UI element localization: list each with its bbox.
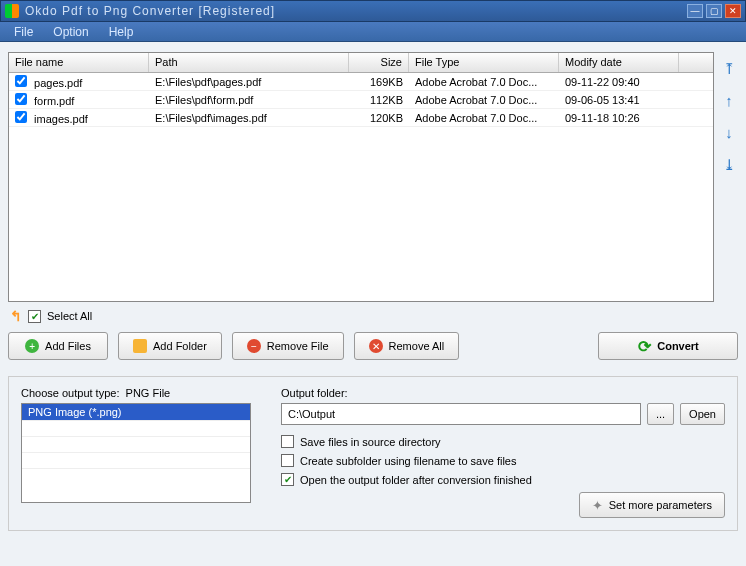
output-type-item[interactable]: PNG Image (*.png)	[22, 404, 250, 420]
open-after-checkbox[interactable]: ✔	[281, 473, 294, 486]
row-checkbox[interactable]	[15, 75, 27, 87]
app-logo-icon	[5, 4, 19, 18]
header-size[interactable]: Size	[349, 53, 409, 72]
move-top-button[interactable]: ⤒	[720, 60, 738, 78]
reorder-buttons: ⤒ ↑ ↓ ⤓	[720, 52, 738, 302]
add-files-button[interactable]: + Add Files	[8, 332, 108, 360]
menu-file[interactable]: File	[4, 23, 43, 41]
header-modifydate[interactable]: Modify date	[559, 53, 679, 72]
output-folder-label: Output folder:	[281, 387, 725, 399]
move-bottom-button[interactable]: ⤓	[720, 156, 738, 174]
header-filename[interactable]: File name	[9, 53, 149, 72]
folder-icon	[133, 339, 147, 353]
file-table[interactable]: File name Path Size File Type Modify dat…	[8, 52, 714, 302]
table-row[interactable]: pages.pdfE:\Files\pdf\pages.pdf169KBAdob…	[9, 73, 713, 91]
create-subfolder-checkbox[interactable]	[281, 454, 294, 467]
table-row[interactable]: form.pdfE:\Files\pdf\form.pdf112KBAdobe …	[9, 91, 713, 109]
minus-icon: −	[247, 339, 261, 353]
header-path[interactable]: Path	[149, 53, 349, 72]
x-icon: ✕	[369, 339, 383, 353]
browse-button[interactable]: ...	[647, 403, 674, 425]
table-header[interactable]: File name Path Size File Type Modify dat…	[9, 53, 713, 73]
up-level-icon[interactable]: ↰	[10, 308, 22, 324]
menu-bar: File Option Help	[0, 22, 746, 42]
title-bar: Okdo Pdf to Png Converter [Registered] —…	[0, 0, 746, 22]
save-in-source-checkbox[interactable]	[281, 435, 294, 448]
table-row[interactable]: images.pdfE:\Files\pdf\images.pdf120KBAd…	[9, 109, 713, 127]
create-subfolder-label: Create subfolder using filename to save …	[300, 455, 516, 467]
select-all-label: Select All	[47, 310, 92, 322]
row-checkbox[interactable]	[15, 111, 27, 123]
header-filetype[interactable]: File Type	[409, 53, 559, 72]
gear-icon: ✦	[592, 498, 603, 513]
window-title: Okdo Pdf to Png Converter [Registered]	[25, 4, 684, 18]
convert-button[interactable]: ⟳ Convert	[598, 332, 738, 360]
maximize-button[interactable]: ▢	[706, 4, 722, 18]
plus-icon: +	[25, 339, 39, 353]
row-checkbox[interactable]	[15, 93, 27, 105]
save-in-source-label: Save files in source directory	[300, 436, 441, 448]
select-all-checkbox[interactable]: ✔	[28, 310, 41, 323]
convert-icon: ⟳	[637, 339, 651, 353]
choose-type-label: Choose output type:	[21, 387, 119, 399]
remove-file-button[interactable]: − Remove File	[232, 332, 344, 360]
move-down-button[interactable]: ↓	[720, 124, 738, 142]
remove-all-button[interactable]: ✕ Remove All	[354, 332, 460, 360]
menu-option[interactable]: Option	[43, 23, 98, 41]
open-after-label: Open the output folder after conversion …	[300, 474, 532, 486]
content-area: File name Path Size File Type Modify dat…	[0, 42, 746, 566]
output-panel: Choose output type: PNG File PNG Image (…	[8, 376, 738, 531]
open-button[interactable]: Open	[680, 403, 725, 425]
set-more-parameters-button[interactable]: ✦ Set more parameters	[579, 492, 725, 518]
close-button[interactable]: ✕	[725, 4, 741, 18]
output-type-list[interactable]: PNG Image (*.png)	[21, 403, 251, 503]
move-up-button[interactable]: ↑	[720, 92, 738, 110]
menu-help[interactable]: Help	[99, 23, 144, 41]
current-type: PNG File	[126, 387, 171, 399]
minimize-button[interactable]: —	[687, 4, 703, 18]
output-folder-input[interactable]	[281, 403, 641, 425]
add-folder-button[interactable]: Add Folder	[118, 332, 222, 360]
